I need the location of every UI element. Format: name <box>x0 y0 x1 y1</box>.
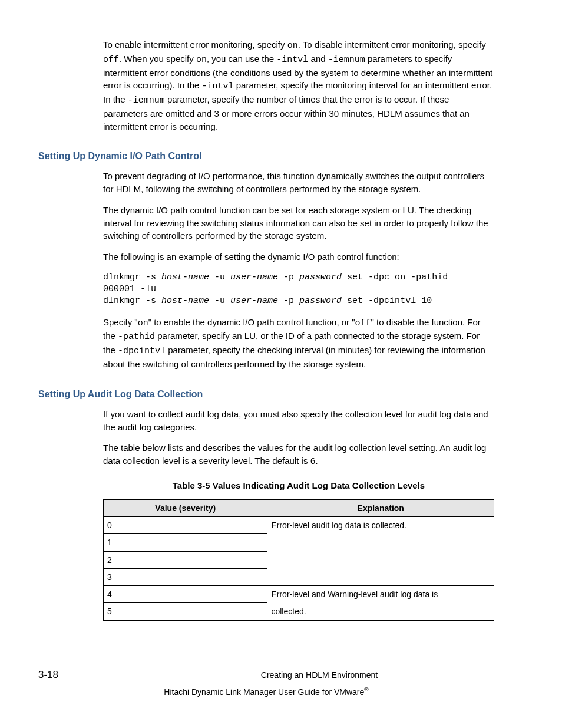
cell-value: 2 <box>104 551 267 568</box>
col-header-explanation: Explanation <box>267 499 494 516</box>
table-row: 0 Error-level audit log data is collecte… <box>104 516 494 533</box>
text: Specify " <box>103 317 138 327</box>
code-inline: off <box>103 55 119 65</box>
chapter-title: Creating an HDLM Environment <box>144 669 494 681</box>
cell-value: 1 <box>104 534 267 551</box>
page-number: 3-18 <box>38 668 144 683</box>
heading-audit-log: Setting Up Audit Log Data Collection <box>38 387 494 401</box>
text: . <box>316 456 318 466</box>
heading-dynamic-io: Setting Up Dynamic I/O Path Control <box>38 149 494 163</box>
code-inline: -dpcintvl <box>118 346 166 356</box>
intro-paragraph: To enable intermittent error monitoring,… <box>103 38 494 133</box>
code-inline: 6 <box>310 457 316 467</box>
code-inline: off <box>355 318 371 328</box>
table-row: 4 Error-level and Warning-level audit lo… <box>104 586 494 603</box>
table-row: 3 <box>104 568 494 585</box>
code-inline: -intvl <box>276 55 308 65</box>
cell-value: 5 <box>104 603 267 620</box>
cell-explanation: Error-level and Warning-level audit log … <box>267 586 494 603</box>
code-inline: on <box>196 55 207 65</box>
cell-explanation <box>267 551 494 568</box>
page-footer: 3-18 Creating an HDLM Environment Hitach… <box>38 668 494 699</box>
code-inline: on <box>138 318 148 328</box>
text: , you can use the <box>207 54 276 64</box>
paragraph: Specify "on" to enable the dynamic I/O p… <box>103 316 494 371</box>
cell-explanation: collected. <box>267 603 494 620</box>
paragraph: To prevent degrading of I/O performance,… <box>103 170 494 196</box>
paragraph: The table below lists and describes the … <box>103 442 494 469</box>
paragraph: If you want to collect audit log data, y… <box>103 408 494 434</box>
code-inline: -intvl <box>202 81 234 91</box>
code-inline: -pathid <box>118 332 155 342</box>
code-inline: -iemnum <box>128 95 165 106</box>
code-inline: on <box>287 41 298 51</box>
code-inline: -iemnum <box>328 55 365 65</box>
paragraph: The following is an example of setting t… <box>103 251 494 263</box>
cell-value: 3 <box>104 568 267 585</box>
text: . To disable intermittent error monitori… <box>298 39 486 50</box>
text: and <box>308 54 328 64</box>
cell-value: 0 <box>104 516 267 533</box>
table-row: 5 collected. <box>104 603 494 620</box>
text: To enable intermittent error monitoring,… <box>103 39 287 50</box>
audit-log-levels-table: Value (severity) Explanation 0 Error-lev… <box>103 499 494 621</box>
cell-value: 4 <box>104 586 267 603</box>
cell-explanation <box>267 534 494 551</box>
cell-explanation: Error-level audit log data is collected. <box>267 516 494 533</box>
cell-explanation <box>267 568 494 585</box>
text: The table below lists and describes the … <box>103 443 486 466</box>
table-row: 1 <box>104 534 494 551</box>
table-header-row: Value (severity) Explanation <box>104 499 494 516</box>
code-block: dlnkmgr -s host-name -u user-name -p pas… <box>103 272 494 308</box>
book-title: Hitachi Dynamic Link Manager User Guide … <box>38 686 494 698</box>
footer-divider <box>38 684 494 684</box>
col-header-value: Value (severity) <box>104 499 267 516</box>
table-row: 2 <box>104 551 494 568</box>
paragraph: The dynamic I/O path control function ca… <box>103 204 494 242</box>
text: " to enable the dynamic I/O path control… <box>148 317 355 327</box>
text: . When you specify <box>119 54 196 64</box>
table-caption: Table 3-5 Values Indicating Audit Log Da… <box>103 479 494 492</box>
